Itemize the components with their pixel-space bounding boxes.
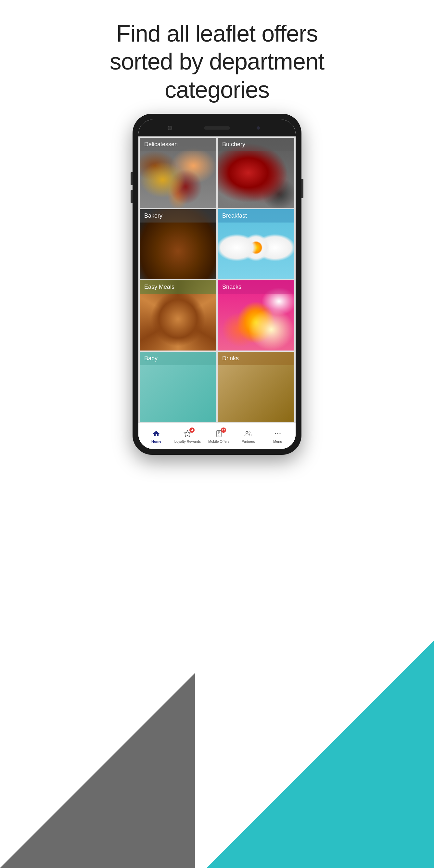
svg-point-3 [277, 433, 278, 434]
partners-icon [244, 429, 253, 438]
butchery-label: Butchery [218, 138, 294, 151]
category-card-bakery[interactable]: Bakery [140, 209, 216, 279]
nav-item-loyalty[interactable]: 4 Loyalty Rewards [175, 429, 201, 443]
svg-point-1 [218, 435, 219, 436]
category-card-easy-meals[interactable]: Easy Meals [140, 280, 216, 350]
loyalty-badge: 4 [189, 428, 194, 433]
nav-item-mobile-offers[interactable]: 17 Mobile Offers [208, 429, 230, 443]
phone-speaker [204, 126, 230, 130]
nav-item-menu[interactable]: Menu [267, 429, 289, 443]
svg-point-2 [275, 433, 276, 434]
category-card-delicatessen[interactable]: Delicatessen [140, 138, 216, 208]
phone-frame: Delicatessen Butchery Bakery Breakfast [132, 114, 302, 455]
bakery-label: Bakery [140, 209, 216, 222]
bottom-navigation: Home 4 Loyalty Rewards [138, 423, 296, 449]
breakfast-label: Breakfast [218, 209, 294, 222]
bg-triangle-gray [0, 673, 195, 868]
mobile-offers-badge: 17 [221, 428, 226, 433]
nav-label-loyalty: Loyalty Rewards [175, 439, 201, 443]
category-card-breakfast[interactable]: Breakfast [218, 209, 294, 279]
nav-item-home[interactable]: Home [145, 429, 167, 443]
power-button [302, 179, 303, 198]
category-grid: Delicatessen Butchery Bakery Breakfast [138, 136, 296, 423]
category-card-snacks[interactable]: Snacks [218, 280, 294, 350]
screen-content: Delicatessen Butchery Bakery Breakfast [138, 136, 296, 449]
headline-line3: categories [165, 77, 269, 103]
nav-label-partners: Partners [241, 439, 255, 443]
easy-meals-label: Easy Meals [140, 280, 216, 294]
drinks-label: Drinks [218, 352, 294, 365]
category-card-drinks[interactable]: Drinks [218, 352, 294, 422]
headline-line2: sorted by department [110, 49, 324, 74]
vol-down-button [131, 190, 132, 203]
menu-icon [273, 429, 282, 438]
phone-top-bar [138, 120, 296, 136]
nav-label-menu: Menu [273, 439, 282, 443]
headline-line1: Find all leaflet offers [116, 21, 318, 46]
loyalty-icon: 4 [183, 429, 192, 438]
delicatessen-label: Delicatessen [140, 138, 216, 151]
bg-triangle-teal [207, 641, 434, 868]
snacks-label: Snacks [218, 280, 294, 294]
nav-label-home: Home [151, 439, 161, 443]
category-card-butchery[interactable]: Butchery [218, 138, 294, 208]
mobile-offers-icon: 17 [214, 429, 223, 438]
phone-screen: Delicatessen Butchery Bakery Breakfast [138, 120, 296, 449]
front-camera [167, 126, 172, 130]
headline: Find all leaflet offers sorted by depart… [0, 20, 434, 104]
sensor [257, 126, 260, 130]
nav-label-mobile-offers: Mobile Offers [208, 439, 229, 443]
vol-up-button [131, 172, 132, 185]
nav-item-partners[interactable]: Partners [237, 429, 259, 443]
category-card-baby[interactable]: Baby [140, 352, 216, 422]
home-icon [152, 429, 161, 438]
svg-point-4 [279, 433, 280, 434]
baby-label: Baby [140, 352, 216, 365]
